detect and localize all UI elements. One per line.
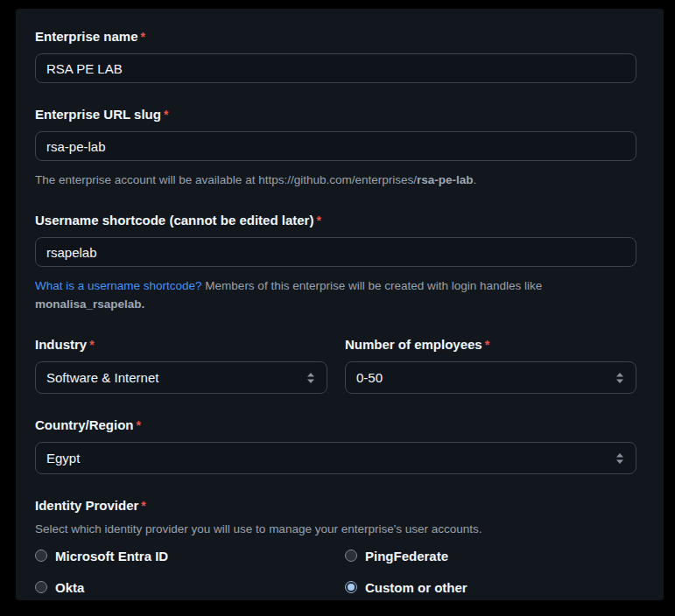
shortcode-help-link[interactable]: What is a username shortcode? (35, 279, 202, 292)
required-asterisk: * (316, 214, 320, 228)
url-slug-help-bold: rsa-pe-lab (417, 173, 474, 186)
radio-option-okta[interactable]: Okta (35, 578, 327, 597)
identity-provider-options: Microsoft Entra ID PingFederate Okta Cus… (35, 546, 637, 597)
identity-provider-help: Select which identity provider you will … (35, 522, 637, 536)
radio-label: Microsoft Entra ID (55, 549, 168, 564)
shortcode-label-text: Username shortcode (cannot be edited lat… (35, 213, 313, 228)
radio-option-custom-or-other[interactable]: Custom or other (345, 578, 636, 597)
radio-label: Custom or other (365, 580, 468, 595)
industry-field: Industry* Software & Internet (35, 336, 327, 394)
enterprise-name-label: Enterprise name* (35, 28, 637, 46)
enterprise-form-panel: Enterprise name* Enterprise URL slug* Th… (16, 9, 664, 600)
industry-label-text: Industry (35, 337, 87, 352)
required-asterisk: * (164, 108, 168, 122)
required-asterisk: * (141, 499, 145, 513)
url-slug-field: Enterprise URL slug* The enterprise acco… (35, 106, 637, 189)
radio-option-pingfederate[interactable]: PingFederate (345, 546, 636, 565)
url-slug-label-text: Enterprise URL slug (35, 107, 161, 122)
industry-employees-row: Industry* Software & Internet Number of … (35, 336, 637, 394)
select-updown-icon (306, 371, 316, 385)
radio-icon[interactable] (345, 550, 357, 562)
employees-select[interactable]: 0-50 (345, 361, 636, 394)
url-slug-input[interactable] (35, 131, 636, 161)
radio-icon[interactable] (35, 550, 47, 562)
radio-icon[interactable] (35, 581, 47, 593)
required-asterisk: * (485, 338, 489, 352)
country-label-text: Country/Region (35, 417, 134, 432)
employees-field: Number of employees* 0-50 (345, 336, 636, 394)
industry-label: Industry* (35, 336, 327, 354)
select-updown-icon (615, 452, 625, 466)
industry-select[interactable]: Software & Internet (35, 361, 327, 394)
radio-icon[interactable] (345, 581, 357, 593)
enterprise-name-label-text: Enterprise name (35, 29, 138, 44)
shortcode-field: Username shortcode (cannot be edited lat… (35, 212, 637, 313)
industry-select-value: Software & Internet (46, 370, 158, 385)
radio-label: Okta (55, 580, 84, 595)
identity-provider-label-text: Identity Provider (35, 498, 138, 513)
enterprise-name-input[interactable] (35, 53, 636, 83)
radio-option-microsoft-entra-id[interactable]: Microsoft Entra ID (35, 546, 327, 565)
shortcode-help-text: Members of this enterprise will be creat… (202, 279, 543, 292)
url-slug-label: Enterprise URL slug* (35, 106, 637, 123)
identity-provider-label: Identity Provider* (35, 497, 637, 514)
url-slug-help: The enterprise account will be available… (35, 171, 637, 189)
url-slug-help-text: The enterprise account will be available… (35, 173, 417, 186)
required-asterisk: * (141, 30, 145, 44)
employees-select-value: 0-50 (356, 370, 383, 385)
employees-label-text: Number of employees (345, 337, 482, 352)
select-updown-icon (615, 371, 625, 385)
url-slug-help-suffix: . (474, 173, 477, 186)
required-asterisk: * (89, 338, 94, 352)
shortcode-help-bold: monalisa_rsapelab. (35, 298, 144, 311)
shortcode-help: What is a username shortcode? Members of… (35, 276, 637, 313)
required-asterisk: * (137, 418, 141, 432)
employees-label: Number of employees* (345, 336, 636, 354)
country-field: Country/Region* Egypt (35, 416, 637, 474)
shortcode-input[interactable] (35, 237, 636, 267)
identity-provider-field: Identity Provider* Select which identity… (35, 497, 637, 597)
enterprise-name-field: Enterprise name* (35, 28, 637, 83)
country-select-value: Egypt (46, 451, 80, 466)
shortcode-label: Username shortcode (cannot be edited lat… (35, 212, 637, 229)
country-label: Country/Region* (35, 416, 637, 434)
radio-label: PingFederate (365, 549, 448, 564)
country-select[interactable]: Egypt (35, 442, 636, 474)
